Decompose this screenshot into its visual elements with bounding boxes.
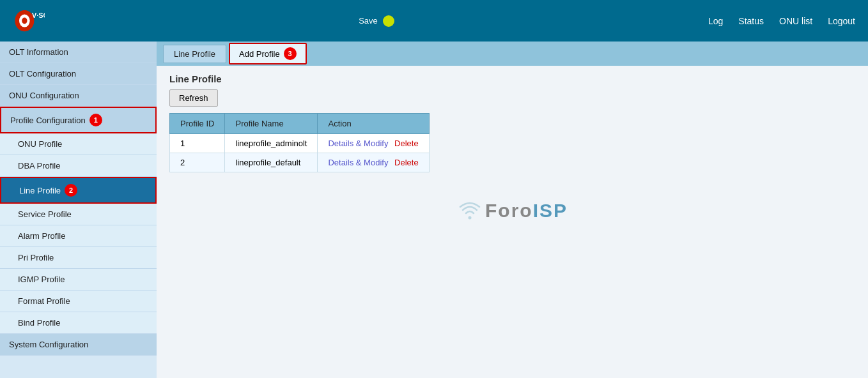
watermark-isp: ISP xyxy=(533,200,568,222)
main-layout: OLT Information OLT Configuration ONU Co… xyxy=(0,42,868,378)
details-modify-link[interactable]: Details & Modify xyxy=(328,139,388,148)
header-right: Log Status ONU list Logout xyxy=(708,16,855,26)
col-header-profile-name: Profile Name xyxy=(225,114,318,134)
tab-line-profile[interactable]: Line Profile xyxy=(163,45,226,63)
add-profile-badge: 3 xyxy=(284,47,297,60)
sidebar-item-profile-config[interactable]: Profile Configuration 1 xyxy=(0,107,157,133)
sidebar-item-olt-config[interactable]: OLT Configuration xyxy=(0,63,157,85)
sidebar: OLT Information OLT Configuration ONU Co… xyxy=(0,42,157,378)
watermark: Foro ISP xyxy=(157,198,868,223)
sidebar-item-onu-profile[interactable]: ONU Profile xyxy=(0,133,157,155)
table-wrapper: Profile ID Profile Name Action 1 linepro… xyxy=(157,113,868,172)
vsol-logo: V·SOL xyxy=(13,5,45,37)
header: V·SOL Save Log Status ONU list Logout xyxy=(0,0,868,42)
sidebar-item-igmp-profile[interactable]: IGMP Profile xyxy=(0,269,157,291)
col-header-action: Action xyxy=(318,114,429,134)
logo-area: V·SOL xyxy=(13,5,45,37)
sidebar-item-system-config[interactable]: System Configuration xyxy=(0,334,157,356)
cell-profile-id: 2 xyxy=(170,153,225,172)
page-title: Line Profile xyxy=(157,66,868,89)
sidebar-item-pri-profile[interactable]: Pri Profile xyxy=(0,247,157,269)
cell-profile-name: lineprofile_default xyxy=(225,153,318,172)
sidebar-item-dba-profile[interactable]: DBA Profile xyxy=(0,155,157,177)
save-label[interactable]: Save xyxy=(359,16,378,26)
cell-action: Details & Modify Delete xyxy=(318,134,429,153)
line-profile-badge: 2 xyxy=(65,184,77,197)
sidebar-item-line-profile[interactable]: Line Profile 2 xyxy=(0,177,157,204)
table-row: 1 lineprofile_adminolt Details & Modify … xyxy=(170,134,430,153)
col-header-profile-id: Profile ID xyxy=(170,114,225,134)
sidebar-item-service-profile[interactable]: Service Profile xyxy=(0,204,157,225)
save-area: Save xyxy=(359,15,394,27)
sidebar-item-bind-profile[interactable]: Bind Profile xyxy=(0,312,157,334)
delete-link[interactable]: Delete xyxy=(394,139,419,148)
wifi-icon xyxy=(457,198,483,223)
watermark-foro: Foro xyxy=(485,200,533,222)
profile-table: Profile ID Profile Name Action 1 linepro… xyxy=(169,113,430,172)
status-button[interactable]: Status xyxy=(738,16,764,26)
delete-link[interactable]: Delete xyxy=(394,158,419,167)
cell-profile-id: 1 xyxy=(170,134,225,153)
profile-config-badge: 1 xyxy=(89,114,102,126)
main-content: Line Profile Add Profile 3 Line Profile … xyxy=(157,42,868,378)
cell-profile-name: lineprofile_adminolt xyxy=(225,134,318,153)
sidebar-item-onu-config[interactable]: ONU Configuration xyxy=(0,85,157,107)
refresh-button[interactable]: Refresh xyxy=(169,89,218,107)
tab-add-profile[interactable]: Add Profile 3 xyxy=(229,43,307,64)
tab-bar: Line Profile Add Profile 3 xyxy=(157,42,868,66)
cell-action: Details & Modify Delete xyxy=(318,153,429,172)
svg-point-2 xyxy=(22,17,27,24)
logout-button[interactable]: Logout xyxy=(828,16,855,26)
details-modify-link[interactable]: Details & Modify xyxy=(328,158,388,167)
status-indicator xyxy=(383,15,394,27)
sidebar-item-format-profile[interactable]: Format Profile xyxy=(0,291,157,312)
svg-point-4 xyxy=(468,216,471,220)
log-button[interactable]: Log xyxy=(708,16,723,26)
sidebar-item-olt-info[interactable]: OLT Information xyxy=(0,42,157,63)
sidebar-item-alarm-profile[interactable]: Alarm Profile xyxy=(0,225,157,247)
svg-text:V·SOL: V·SOL xyxy=(32,11,45,19)
table-row: 2 lineprofile_default Details & Modify D… xyxy=(170,153,430,172)
onu-list-button[interactable]: ONU list xyxy=(779,16,812,26)
